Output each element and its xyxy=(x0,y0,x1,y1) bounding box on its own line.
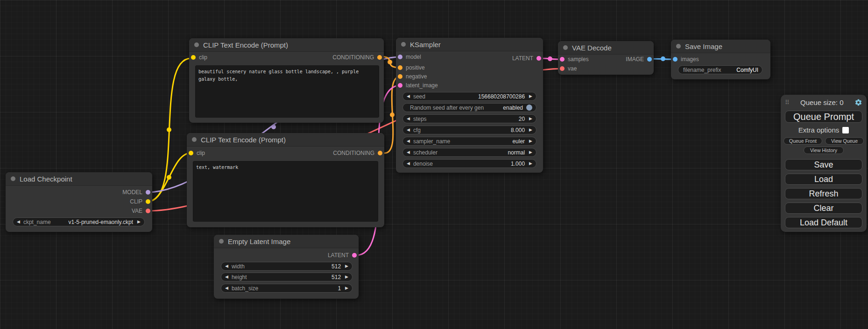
view-history-button[interactable]: View History xyxy=(804,147,844,154)
clip-input-dot[interactable] xyxy=(191,55,196,60)
widget-value: v1-5-pruned-emaonly.ckpt xyxy=(69,219,134,225)
slot-label: IMAGE xyxy=(626,56,644,63)
slot-label: LATENT xyxy=(328,252,349,259)
width-widget[interactable]: ◀ width 512 ▶ xyxy=(221,262,353,271)
node-header[interactable]: Save Image xyxy=(671,40,770,53)
collapse-dot-icon[interactable] xyxy=(219,239,224,244)
decrement-arrow-icon[interactable]: ◀ xyxy=(407,117,410,121)
decrement-arrow-icon[interactable]: ◀ xyxy=(407,94,410,98)
settings-gear-icon[interactable] xyxy=(854,98,862,106)
clip-input-dot[interactable] xyxy=(189,151,193,155)
queue-front-button[interactable]: Queue Front xyxy=(783,137,822,145)
latent-output-dot[interactable] xyxy=(536,56,541,61)
decrement-arrow-icon[interactable]: ◀ xyxy=(407,150,410,154)
images-input-dot[interactable] xyxy=(673,57,677,62)
node-empty-latent-image[interactable]: Empty Latent Image LATENT ◀ width 512 ▶ … xyxy=(214,235,359,299)
latent-output-dot[interactable] xyxy=(352,253,357,258)
increment-arrow-icon[interactable]: ▶ xyxy=(529,150,532,154)
link-dot xyxy=(661,56,665,61)
node-header[interactable]: CLIP Text Encode (Prompt) xyxy=(187,133,384,147)
drag-handle-icon[interactable]: ⠿ xyxy=(785,99,790,106)
node-header[interactable]: Load Checkpoint xyxy=(6,172,152,186)
node-load-checkpoint[interactable]: Load Checkpoint MODEL CLIP VAE ◀ ckpt_na… xyxy=(6,172,152,232)
node-header[interactable]: VAE Decode xyxy=(558,41,654,55)
samples-input-dot[interactable] xyxy=(560,57,565,62)
increment-arrow-icon[interactable]: ▶ xyxy=(345,275,348,279)
increment-arrow-icon[interactable]: ▶ xyxy=(345,286,348,290)
decrement-arrow-icon[interactable]: ◀ xyxy=(225,275,228,279)
conditioning-output-dot[interactable] xyxy=(377,55,382,60)
node-header[interactable]: Empty Latent Image xyxy=(214,235,359,248)
view-queue-button[interactable]: View Queue xyxy=(825,137,864,145)
load-default-button[interactable]: Load Default xyxy=(785,217,862,228)
queue-prompt-button[interactable]: Queue Prompt xyxy=(785,111,862,123)
positive-prompt-textarea[interactable]: beautiful scenery nature glass bottle la… xyxy=(195,65,379,118)
clear-button[interactable]: Clear xyxy=(785,203,862,214)
node-header[interactable]: KSampler xyxy=(396,38,543,51)
collapse-dot-icon[interactable] xyxy=(676,44,681,49)
extra-options-checkbox[interactable] xyxy=(842,127,849,133)
input-negative: negative xyxy=(398,73,427,80)
slot-label: CONDITIONING xyxy=(333,150,374,156)
refresh-button[interactable]: Refresh xyxy=(785,188,862,199)
widget-value: enabled xyxy=(503,105,523,111)
seed-widget[interactable]: ◀ seed 156680208700286 ▶ xyxy=(402,92,536,101)
sampler-name-widget[interactable]: ◀ sampler_name euler ▶ xyxy=(402,137,536,146)
filename-prefix-widget[interactable]: filename_prefix ComfyUI xyxy=(678,65,762,74)
cfg-widget[interactable]: ◀ cfg 8.000 ▶ xyxy=(402,126,536,134)
height-widget[interactable]: ◀ height 512 ▶ xyxy=(221,273,353,281)
collapse-dot-icon[interactable] xyxy=(563,45,568,50)
steps-widget[interactable]: ◀ steps 20 ▶ xyxy=(402,114,536,123)
node-save-image[interactable]: Save Image images filename_prefix ComfyU… xyxy=(671,40,770,79)
node-clip-text-encode-negative[interactable]: CLIP Text Encode (Prompt) clip CONDITION… xyxy=(187,133,384,227)
node-header[interactable]: CLIP Text Encode (Prompt) xyxy=(189,38,384,52)
widget-label: width xyxy=(232,263,245,270)
positive-input-dot[interactable] xyxy=(398,65,402,70)
node-vae-decode[interactable]: VAE Decode samples vae IMAGE xyxy=(558,41,654,75)
decrement-arrow-icon[interactable]: ◀ xyxy=(225,286,228,290)
decrement-arrow-icon[interactable]: ◀ xyxy=(407,161,410,166)
denoise-widget[interactable]: ◀ denoise 1.000 ▶ xyxy=(402,159,536,168)
collapse-dot-icon[interactable] xyxy=(401,42,406,47)
vae-input-dot[interactable] xyxy=(560,66,565,71)
clip-output-dot[interactable] xyxy=(146,199,150,204)
vae-output-dot[interactable] xyxy=(146,209,150,213)
decrement-arrow-icon[interactable]: ◀ xyxy=(407,139,410,143)
decrement-arrow-icon[interactable]: ◀ xyxy=(17,220,20,224)
increment-arrow-icon[interactable]: ▶ xyxy=(529,94,532,98)
random-seed-widget[interactable]: Random seed after every gen enabled xyxy=(402,103,536,112)
widget-value: euler xyxy=(512,138,525,145)
node-title: CLIP Text Encode (Prompt) xyxy=(203,41,288,49)
ckpt-name-widget[interactable]: ◀ ckpt_name v1-5-pruned-emaonly.ckpt ▶ xyxy=(13,217,145,226)
latent-image-input-dot[interactable] xyxy=(398,83,402,88)
collapse-dot-icon[interactable] xyxy=(192,137,197,142)
decrement-arrow-icon[interactable]: ◀ xyxy=(225,264,228,268)
model-input-dot[interactable] xyxy=(398,55,402,59)
model-output-dot[interactable] xyxy=(146,190,150,195)
output-latent: LATENT xyxy=(328,252,357,259)
increment-arrow-icon[interactable]: ▶ xyxy=(345,264,348,268)
increment-arrow-icon[interactable]: ▶ xyxy=(529,139,532,143)
increment-arrow-icon[interactable]: ▶ xyxy=(137,220,141,224)
negative-input-dot[interactable] xyxy=(398,74,402,79)
collapse-dot-icon[interactable] xyxy=(194,42,199,47)
slot-label: model xyxy=(406,54,421,60)
scheduler-widget[interactable]: ◀ scheduler normal ▶ xyxy=(402,148,536,157)
input-positive: positive xyxy=(398,64,425,71)
increment-arrow-icon[interactable]: ▶ xyxy=(529,117,532,121)
image-output-dot[interactable] xyxy=(647,57,652,62)
save-button[interactable]: Save xyxy=(785,159,862,170)
widget-value: 156680208700286 xyxy=(478,93,525,100)
increment-arrow-icon[interactable]: ▶ xyxy=(529,161,532,166)
load-button[interactable]: Load xyxy=(785,174,862,185)
batch-size-widget[interactable]: ◀ batch_size 1 ▶ xyxy=(221,284,353,293)
conditioning-output-dot[interactable] xyxy=(378,151,382,155)
decrement-arrow-icon[interactable]: ◀ xyxy=(407,128,410,132)
increment-arrow-icon[interactable]: ▶ xyxy=(529,128,532,132)
enabled-toggle[interactable] xyxy=(526,105,532,111)
collapse-dot-icon[interactable] xyxy=(11,176,15,181)
negative-prompt-textarea[interactable]: text, watermark xyxy=(193,161,378,222)
input-clip: clip xyxy=(189,149,205,157)
node-clip-text-encode-positive[interactable]: CLIP Text Encode (Prompt) clip CONDITION… xyxy=(189,38,384,123)
node-ksampler[interactable]: KSampler model positive negative latent_… xyxy=(396,38,543,173)
